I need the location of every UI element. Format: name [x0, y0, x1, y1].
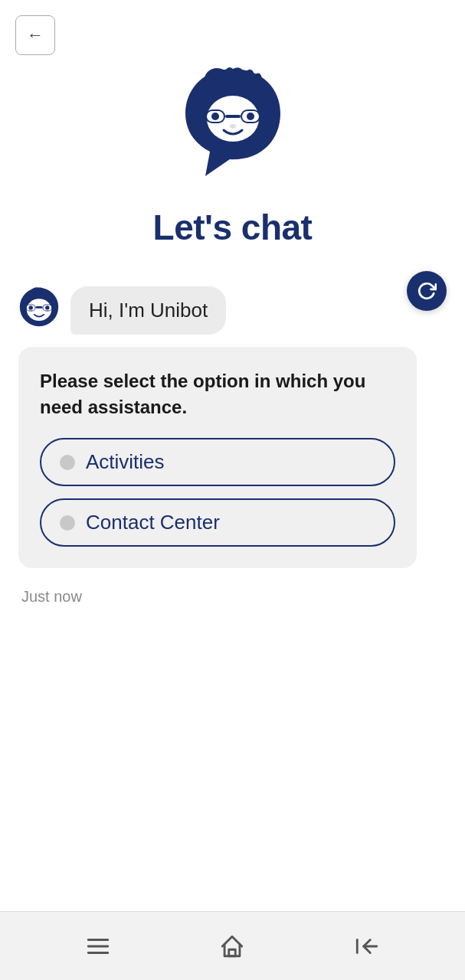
- svg-point-17: [29, 305, 33, 309]
- svg-rect-22: [229, 949, 236, 956]
- back-button[interactable]: ←: [15, 15, 55, 55]
- refresh-button[interactable]: [407, 271, 447, 311]
- option-activities-radio: [60, 455, 75, 470]
- option-contact-center-radio: [60, 515, 75, 531]
- chat-messages: Hi, I'm Unibot Please select the option …: [18, 286, 447, 606]
- menu-nav-button[interactable]: [75, 923, 121, 969]
- svg-point-9: [230, 124, 236, 129]
- svg-point-8: [247, 113, 254, 120]
- svg-point-18: [45, 305, 49, 309]
- svg-rect-6: [225, 115, 241, 118]
- header-section: Let's chat: [0, 0, 465, 263]
- bottom-nav: [0, 911, 465, 980]
- back-arrow-icon: ←: [27, 27, 44, 44]
- option-contact-center-label: Contact Center: [86, 511, 220, 534]
- message-timestamp: Just now: [21, 588, 447, 606]
- option-contact-center-button[interactable]: Contact Center: [40, 498, 395, 547]
- options-prompt: Please select the option in which you ne…: [40, 368, 395, 420]
- options-card: Please select the option in which you ne…: [18, 347, 417, 568]
- svg-rect-16: [36, 306, 43, 309]
- back-nav-button[interactable]: [344, 923, 390, 969]
- option-activities-label: Activities: [86, 450, 165, 474]
- refresh-icon: [417, 281, 437, 301]
- page-title: Let's chat: [153, 207, 313, 248]
- greeting-message-row: Hi, I'm Unibot: [18, 286, 447, 335]
- option-activities-button[interactable]: Activities: [40, 438, 395, 486]
- greeting-bubble: Hi, I'm Unibot: [70, 286, 226, 335]
- bot-avatar-small: [18, 286, 60, 328]
- home-icon: [219, 933, 245, 959]
- svg-point-7: [211, 113, 219, 120]
- bot-avatar-large: [172, 61, 294, 184]
- menu-icon: [85, 933, 111, 959]
- home-nav-button[interactable]: [209, 923, 255, 969]
- back-nav-icon: [354, 933, 380, 959]
- chat-area: Hi, I'm Unibot Please select the option …: [0, 263, 465, 911]
